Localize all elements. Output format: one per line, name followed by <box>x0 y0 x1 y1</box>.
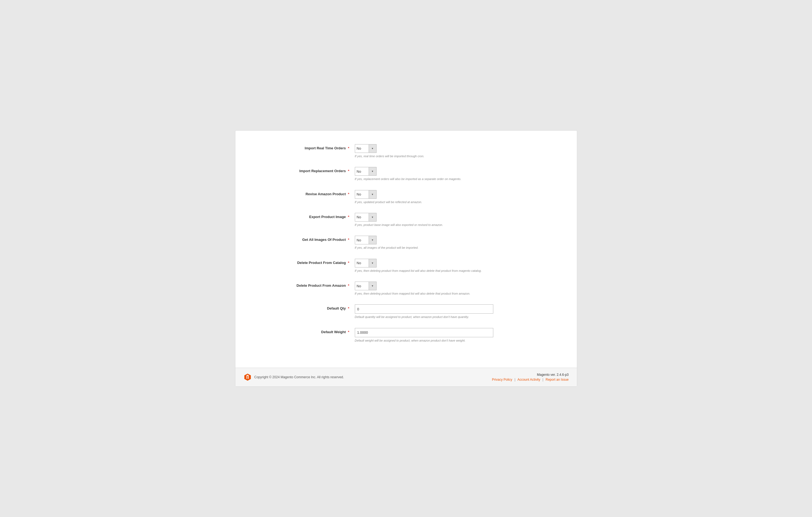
required-star: * <box>347 261 349 265</box>
label-get-all-images-of-product: Get All Images Of Product * <box>252 236 355 242</box>
footer: Copyright © 2024 Magento Commerce Inc. A… <box>235 368 577 386</box>
privacy-policy-link[interactable]: Privacy Policy <box>492 378 512 381</box>
select-wrapper-get-all-images-of-product[interactable]: NoYes <box>355 236 377 245</box>
select-delete-product-from-catalog[interactable]: NoYes <box>355 259 369 267</box>
select-wrapper-delete-product-from-catalog[interactable]: NoYes <box>355 259 377 267</box>
magento-version: ver. 2.4.6-p3 <box>551 373 569 377</box>
field-col-get-all-images-of-product: NoYesIf yes, all images of the product w… <box>355 236 560 250</box>
select-wrapper-revise-amazon-product[interactable]: NoYes <box>355 190 377 199</box>
label-import-replacement-orders: Import Replacement Orders * <box>252 167 355 173</box>
form-row-import-real-time-orders: Import Real Time Orders *NoYesIf yes, re… <box>252 144 560 158</box>
label-default-qty: Default Qty * <box>252 305 355 311</box>
field-wrapper-delete-product-from-amazon: NoYes <box>355 282 560 290</box>
page-wrapper: Import Real Time Orders *NoYesIf yes, re… <box>235 130 577 387</box>
account-activity-link[interactable]: Account Activity <box>517 378 540 381</box>
select-arrow-revise-amazon-product <box>369 190 376 199</box>
required-star: * <box>347 306 349 310</box>
required-star: * <box>347 169 349 173</box>
select-wrapper-import-real-time-orders[interactable]: NoYes <box>355 144 377 153</box>
field-wrapper-get-all-images-of-product: NoYes <box>355 236 560 245</box>
label-revise-amazon-product: Revise Amazon Product * <box>252 190 355 197</box>
field-col-default-weight: Default weight will be assigned to produ… <box>355 328 560 343</box>
field-wrapper-export-product-image: NoYes <box>355 213 560 222</box>
form-row-default-weight: Default Weight *Default weight will be a… <box>252 328 560 343</box>
input-default-qty[interactable] <box>355 305 493 314</box>
form-content: Import Real Time Orders *NoYesIf yes, re… <box>235 131 577 368</box>
hint-import-replacement-orders: If yes, replacement orders will also be … <box>355 177 560 181</box>
field-col-import-real-time-orders: NoYesIf yes, real time orders will be im… <box>355 144 560 158</box>
select-arrow-delete-product-from-amazon <box>369 282 376 290</box>
select-arrow-get-all-images-of-product <box>369 236 376 244</box>
field-col-delete-product-from-amazon: NoYesIf yes, then deleting product from … <box>355 282 560 296</box>
select-get-all-images-of-product[interactable]: NoYes <box>355 236 369 244</box>
required-star: * <box>347 192 349 196</box>
select-arrow-delete-product-from-catalog <box>369 259 376 267</box>
select-arrow-import-real-time-orders <box>369 144 376 152</box>
form-row-revise-amazon-product: Revise Amazon Product *NoYesIf yes, upda… <box>252 190 560 204</box>
select-import-replacement-orders[interactable]: NoYes <box>355 167 369 175</box>
field-wrapper-delete-product-from-catalog: NoYes <box>355 259 560 267</box>
label-delete-product-from-amazon: Delete Product From Amazon * <box>252 282 355 288</box>
label-default-weight: Default Weight * <box>252 328 355 335</box>
required-star: * <box>347 146 349 150</box>
select-revise-amazon-product[interactable]: NoYes <box>355 190 369 199</box>
footer-links: Privacy Policy | Account Activity | Repo… <box>492 378 569 381</box>
link-separator-1: | <box>515 378 515 381</box>
hint-revise-amazon-product: If yes, updated product will be reflecte… <box>355 200 560 204</box>
field-wrapper-revise-amazon-product: NoYes <box>355 190 560 199</box>
select-delete-product-from-amazon[interactable]: NoYes <box>355 282 369 290</box>
select-arrow-import-replacement-orders <box>369 167 376 175</box>
footer-left: Copyright © 2024 Magento Commerce Inc. A… <box>243 373 344 381</box>
field-wrapper-import-replacement-orders: NoYes <box>355 167 560 176</box>
label-export-product-image: Export Product Image * <box>252 213 355 220</box>
form-row-import-replacement-orders: Import Replacement Orders *NoYesIf yes, … <box>252 167 560 181</box>
label-delete-product-from-catalog: Delete Product From Catalog * <box>252 259 355 265</box>
select-import-real-time-orders[interactable]: NoYes <box>355 144 369 152</box>
magento-logo-icon <box>243 373 252 381</box>
required-star: * <box>347 284 349 288</box>
hint-delete-product-from-catalog: If yes, then deleting product from mappe… <box>355 269 560 273</box>
label-import-real-time-orders: Import Real Time Orders * <box>252 144 355 151</box>
field-col-delete-product-from-catalog: NoYesIf yes, then deleting product from … <box>355 259 560 273</box>
field-col-revise-amazon-product: NoYesIf yes, updated product will be ref… <box>355 190 560 204</box>
hint-delete-product-from-amazon: If yes, then deleting product from mappe… <box>355 292 560 296</box>
required-star: * <box>347 215 349 219</box>
select-wrapper-delete-product-from-amazon[interactable]: NoYes <box>355 282 377 290</box>
input-default-weight[interactable] <box>355 328 493 337</box>
footer-copyright: Copyright © 2024 Magento Commerce Inc. A… <box>254 375 344 379</box>
select-arrow-export-product-image <box>369 213 376 221</box>
field-col-default-qty: Default quantity will be assigned to pro… <box>355 305 560 319</box>
footer-right: Magento ver. 2.4.6-p3 Privacy Policy | A… <box>492 373 569 381</box>
footer-version: Magento ver. 2.4.6-p3 <box>492 373 569 377</box>
form-row-default-qty: Default Qty *Default quantity will be as… <box>252 305 560 319</box>
form-row-delete-product-from-catalog: Delete Product From Catalog *NoYesIf yes… <box>252 259 560 273</box>
hint-default-qty: Default quantity will be assigned to pro… <box>355 315 560 319</box>
required-star: * <box>347 330 349 334</box>
field-col-export-product-image: NoYesIf yes, product base image will als… <box>355 213 560 227</box>
required-star: * <box>347 238 349 242</box>
form-row-export-product-image: Export Product Image *NoYesIf yes, produ… <box>252 213 560 227</box>
form-row-delete-product-from-amazon: Delete Product From Amazon *NoYesIf yes,… <box>252 282 560 296</box>
magento-label: Magento <box>537 373 550 377</box>
select-wrapper-import-replacement-orders[interactable]: NoYes <box>355 167 377 176</box>
hint-import-real-time-orders: If yes, real time orders will be importe… <box>355 154 560 158</box>
select-wrapper-export-product-image[interactable]: NoYes <box>355 213 377 222</box>
field-wrapper-default-qty <box>355 305 560 314</box>
report-issue-link[interactable]: Report an Issue <box>546 378 569 381</box>
select-export-product-image[interactable]: NoYes <box>355 213 369 221</box>
field-wrapper-import-real-time-orders: NoYes <box>355 144 560 153</box>
hint-get-all-images-of-product: If yes, all images of the product will b… <box>355 246 560 250</box>
field-wrapper-default-weight <box>355 328 560 337</box>
link-separator-2: | <box>543 378 543 381</box>
hint-default-weight: Default weight will be assigned to produ… <box>355 339 560 343</box>
hint-export-product-image: If yes, product base image will also exp… <box>355 223 560 227</box>
field-col-import-replacement-orders: NoYesIf yes, replacement orders will als… <box>355 167 560 181</box>
form-row-get-all-images-of-product: Get All Images Of Product *NoYesIf yes, … <box>252 236 560 250</box>
